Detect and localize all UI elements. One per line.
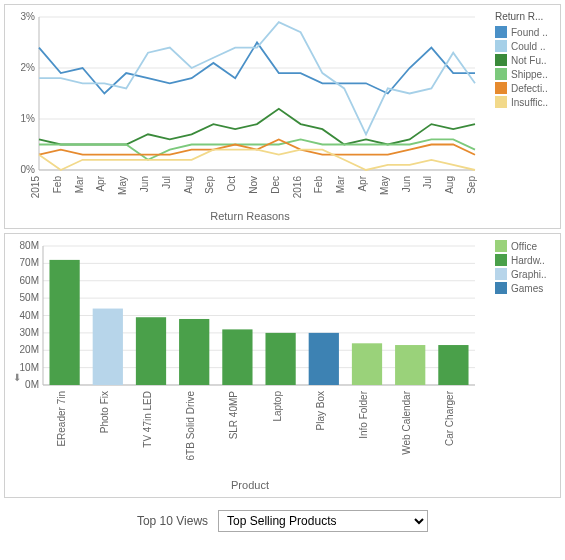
bar-legend: OfficeHardw..Graphi..Games [489,240,554,491]
top10-select[interactable]: Top Selling Products [218,510,428,532]
line-x-axis-label: Return Reasons [11,210,489,222]
svg-rect-61 [265,333,295,385]
svg-text:20M: 20M [20,344,39,355]
legend-item[interactable]: Shippe.. [495,68,554,80]
svg-text:Laptop: Laptop [272,391,283,422]
legend-swatch [495,68,507,80]
legend-swatch [495,96,507,108]
legend-item[interactable]: Found .. [495,26,554,38]
line-legend-title: Return R... [495,11,554,22]
bar-plot-area: 0M10M20M30M40M50M60M70M80MEReader 7inPho… [11,240,489,491]
legend-item[interactable]: Defecti.. [495,82,554,94]
legend-item[interactable]: Insuffic.. [495,96,554,108]
legend-item[interactable]: Graphi.. [495,268,554,280]
svg-text:Jun: Jun [139,176,150,192]
svg-text:Car Charger: Car Charger [444,390,455,446]
legend-swatch [495,282,507,294]
legend-swatch [495,40,507,52]
svg-text:Dec: Dec [270,176,281,194]
svg-text:SLR 40MP: SLR 40MP [228,391,239,440]
svg-text:Photo Fix: Photo Fix [99,391,110,433]
svg-rect-53 [93,309,123,385]
legend-label: Insuffic.. [511,97,548,108]
svg-text:Mar: Mar [74,175,85,193]
top10-label: Top 10 Views [137,514,208,528]
svg-text:TV 47in LED: TV 47in LED [142,391,153,448]
svg-rect-65 [352,343,382,385]
svg-text:Feb: Feb [52,176,63,194]
svg-text:Aug: Aug [183,176,194,194]
svg-text:10M: 10M [20,362,39,373]
legend-swatch [495,26,507,38]
svg-text:0%: 0% [21,164,36,175]
legend-label: Games [511,283,543,294]
svg-text:30M: 30M [20,327,39,338]
svg-rect-69 [438,345,468,385]
svg-rect-67 [395,345,425,385]
line-plot-area: 0%1%2%3%2015FebMarAprMayJunJulAugSepOctN… [11,11,489,222]
svg-text:Feb: Feb [313,176,324,194]
svg-text:Jun: Jun [401,176,412,192]
legend-label: Defecti.. [511,83,548,94]
svg-text:Mar: Mar [335,175,346,193]
svg-text:EReader 7in: EReader 7in [56,391,67,447]
legend-label: Shippe.. [511,69,548,80]
bar-x-axis-label: Product [11,479,489,491]
svg-rect-55 [136,317,166,385]
svg-text:Apr: Apr [95,175,106,191]
svg-text:Oct: Oct [226,176,237,192]
legend-label: Office [511,241,537,252]
download-icon[interactable]: ⬇ [13,372,21,383]
legend-label: Found .. [511,27,548,38]
svg-text:60M: 60M [20,275,39,286]
svg-text:2015: 2015 [30,176,41,199]
return-reasons-chart: 0%1%2%3%2015FebMarAprMayJunJulAugSepOctN… [4,4,561,229]
svg-text:70M: 70M [20,257,39,268]
svg-text:0M: 0M [25,379,39,390]
svg-text:2%: 2% [21,62,36,73]
svg-text:Sep: Sep [204,176,215,194]
legend-item[interactable]: Could .. [495,40,554,52]
svg-text:Play Box: Play Box [315,391,326,430]
svg-text:Aug: Aug [444,176,455,194]
legend-label: Could .. [511,41,545,52]
svg-text:May: May [117,176,128,195]
legend-swatch [495,268,507,280]
legend-swatch [495,254,507,266]
legend-label: Graphi.. [511,269,547,280]
svg-text:1%: 1% [21,113,36,124]
svg-text:Jul: Jul [161,176,172,189]
svg-text:Apr: Apr [357,175,368,191]
svg-text:3%: 3% [21,11,36,22]
legend-swatch [495,82,507,94]
svg-text:Sep: Sep [466,176,477,194]
svg-text:80M: 80M [20,240,39,251]
svg-text:Jul: Jul [422,176,433,189]
svg-text:40M: 40M [20,310,39,321]
line-legend: Return R... Found ..Could ..Not Fu..Ship… [489,11,554,222]
legend-swatch [495,54,507,66]
svg-text:Web Calendar: Web Calendar [401,390,412,454]
legend-swatch [495,240,507,252]
footer-control: Top 10 Views Top Selling Products [0,502,565,540]
svg-text:Nov: Nov [248,176,259,194]
legend-item[interactable]: Office [495,240,554,252]
svg-text:50M: 50M [20,292,39,303]
svg-rect-51 [49,260,79,385]
svg-text:Info Folder: Info Folder [358,390,369,438]
svg-text:6TB Solid Drive: 6TB Solid Drive [185,391,196,461]
top-products-chart: 0M10M20M30M40M50M60M70M80MEReader 7inPho… [4,233,561,498]
legend-item[interactable]: Not Fu.. [495,54,554,66]
svg-text:2016: 2016 [292,176,303,199]
legend-item[interactable]: Games [495,282,554,294]
svg-rect-63 [309,333,339,385]
svg-text:May: May [379,176,390,195]
legend-label: Hardw.. [511,255,545,266]
svg-rect-59 [222,329,252,385]
legend-item[interactable]: Hardw.. [495,254,554,266]
legend-label: Not Fu.. [511,55,547,66]
svg-rect-57 [179,319,209,385]
